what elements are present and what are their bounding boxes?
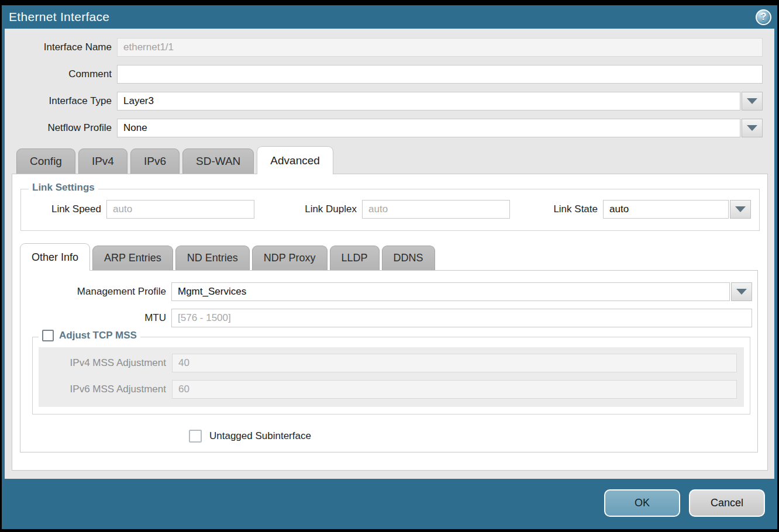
subtab-ddns[interactable]: DDNS <box>382 246 435 270</box>
chevron-down-icon <box>735 206 746 212</box>
sub-tab-strip: Other Info ARP Entries ND Entries NDP Pr… <box>20 243 767 270</box>
adjust-tcp-mss-legend-text: Adjust TCP MSS <box>59 330 137 341</box>
subtab-arp-entries[interactable]: ARP Entries <box>92 246 173 270</box>
link-settings-legend: Link Settings <box>29 182 98 194</box>
link-settings-row: Link Speed Link Duplex Link State <box>21 200 751 219</box>
tab-sd-wan[interactable]: SD-WAN <box>182 148 254 174</box>
interface-name-row: Interface Name <box>5 38 763 57</box>
cancel-button[interactable]: Cancel <box>689 489 765 517</box>
interface-type-select[interactable] <box>117 92 740 110</box>
ipv6-mss-label: IPv6 MSS Adjustment <box>39 384 172 395</box>
mtu-label: MTU <box>20 312 171 324</box>
interface-type-dropdown-button[interactable] <box>742 92 763 110</box>
tab-ipv4[interactable]: IPv4 <box>78 148 127 174</box>
chevron-down-icon <box>747 98 757 104</box>
link-duplex-group: Link Duplex <box>292 200 510 219</box>
ipv4-mss-input <box>172 354 737 372</box>
untagged-subinterface-label: Untagged Subinterface <box>209 430 311 442</box>
adjust-tcp-mss-fieldset: Adjust TCP MSS IPv4 MSS Adjustment IPv6 … <box>32 337 750 414</box>
link-settings-fieldset: Link Settings Link Speed Link Duplex <box>20 189 760 231</box>
interface-type-combo <box>117 92 763 110</box>
top-form: Interface Name Comment Interface Type <box>5 29 774 137</box>
window-chrome: Ethernet Interface ? Interface Name Comm… <box>2 5 777 529</box>
page-title: Ethernet Interface <box>9 10 109 24</box>
netflow-profile-combo <box>117 119 763 137</box>
untagged-subinterface-row: Untagged Subinterface <box>189 430 757 443</box>
link-duplex-label: Link Duplex <box>292 203 362 215</box>
management-profile-dropdown-button[interactable] <box>731 282 752 301</box>
tab-advanced[interactable]: Advanced <box>257 146 333 174</box>
management-profile-combo <box>171 282 752 301</box>
ok-button[interactable]: OK <box>604 489 680 517</box>
subtab-lldp[interactable]: LLDP <box>330 246 380 270</box>
interface-type-row: Interface Type <box>5 92 763 110</box>
netflow-profile-select[interactable] <box>117 119 740 137</box>
management-profile-row: Management Profile <box>20 282 757 301</box>
mtu-input[interactable] <box>171 309 752 327</box>
link-speed-group: Link Speed <box>21 200 254 219</box>
ipv4-mss-label: IPv4 MSS Adjustment <box>39 357 172 369</box>
link-state-label: Link State <box>547 203 603 215</box>
main-tab-strip: Config IPv4 IPv6 SD-WAN Advanced <box>16 146 774 174</box>
ipv4-mss-row: IPv4 MSS Adjustment <box>39 354 737 372</box>
subtab-nd-entries[interactable]: ND Entries <box>175 246 250 270</box>
link-speed-input[interactable] <box>106 200 254 219</box>
help-button[interactable]: ? <box>756 9 771 25</box>
mtu-row: MTU <box>20 309 757 327</box>
tab-config[interactable]: Config <box>16 148 75 174</box>
interface-type-label: Interface Type <box>5 95 117 107</box>
untagged-subinterface-checkbox[interactable] <box>189 430 202 443</box>
body-wrap: Interface Name Comment Interface Type <box>2 29 777 479</box>
interface-name-label: Interface Name <box>5 42 117 53</box>
comment-label: Comment <box>5 68 117 80</box>
chevron-down-icon <box>736 289 747 295</box>
management-profile-select[interactable] <box>171 282 730 301</box>
netflow-profile-row: Netflow Profile <box>5 119 763 137</box>
netflow-profile-dropdown-button[interactable] <box>742 119 763 137</box>
interface-name-field <box>117 38 763 57</box>
ipv6-mss-row: IPv6 MSS Adjustment <box>39 380 737 399</box>
dialog-body: Interface Name Comment Interface Type <box>5 29 774 479</box>
link-speed-label: Link Speed <box>21 203 106 215</box>
advanced-tab-panel: Link Settings Link Speed Link Duplex <box>12 174 768 471</box>
subtab-ndp-proxy[interactable]: NDP Proxy <box>252 246 328 270</box>
ipv6-mss-input <box>172 380 737 399</box>
netflow-profile-label: Netflow Profile <box>5 122 117 134</box>
question-icon: ? <box>760 11 766 23</box>
comment-field[interactable] <box>117 65 763 84</box>
link-state-group: Link State <box>547 200 751 219</box>
management-profile-label: Management Profile <box>20 286 171 298</box>
adjust-tcp-mss-legend: Adjust TCP MSS <box>39 330 140 341</box>
link-duplex-input[interactable] <box>362 200 510 219</box>
title-bar: Ethernet Interface ? <box>2 5 777 29</box>
link-state-select[interactable] <box>603 200 729 219</box>
mss-inner-panel: IPv4 MSS Adjustment IPv6 MSS Adjustment <box>39 347 744 407</box>
link-state-combo <box>603 200 751 219</box>
chevron-down-icon <box>747 125 757 131</box>
other-info-panel: Management Profile MTU <box>20 270 758 452</box>
dialog-frame: Ethernet Interface ? Interface Name Comm… <box>0 0 779 532</box>
subtab-other-info[interactable]: Other Info <box>20 243 90 271</box>
adjust-tcp-mss-checkbox[interactable] <box>42 330 54 341</box>
tab-ipv6[interactable]: IPv6 <box>130 148 180 174</box>
comment-row: Comment <box>5 65 763 84</box>
link-state-dropdown-button[interactable] <box>730 200 751 219</box>
footer-bar: OK Cancel <box>2 479 777 529</box>
